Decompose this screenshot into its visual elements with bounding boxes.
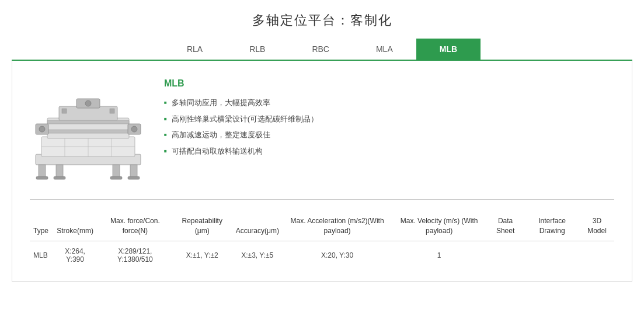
col-header-repeatability: Repeatability (μm) — [172, 212, 232, 241]
svg-rect-3 — [113, 165, 120, 178]
page-title: 多轴定位平台：客制化 — [0, 0, 644, 39]
content-panel: MLB 多轴同动应用，大幅提高效率 高刚性蜂巢式横梁设计(可选配碳纤维制品） 高… — [12, 61, 632, 282]
svg-rect-6 — [54, 176, 65, 179]
svg-rect-8 — [128, 176, 140, 179]
cell-datasheet — [486, 241, 524, 269]
cell-force: X:289/121, Y:1380/510 — [98, 241, 172, 269]
svg-rect-2 — [56, 165, 63, 178]
svg-rect-15 — [59, 106, 117, 120]
svg-rect-25 — [110, 109, 114, 113]
product-image — [30, 78, 147, 185]
col-header-velocity: Max. Velocity (m/s) (With payload) — [392, 212, 486, 241]
tab-rbc[interactable]: RBC — [288, 39, 353, 60]
col-header-interface: Interface Drawing — [524, 212, 580, 241]
cell-velocity: 1 — [392, 241, 486, 269]
svg-point-19 — [39, 126, 45, 132]
feature-item-1: 多轴同动应用，大幅提高效率 — [164, 97, 614, 109]
feature-item-4: 可搭配自动取放料输送机构 — [164, 145, 614, 157]
tab-bar: RLA RLB RBC MLA MLB — [12, 39, 632, 61]
table-row: MLB X:264, Y:390 X:289/121, Y:1380/510 X… — [30, 241, 614, 269]
cell-repeatability: X:±1, Y:±2 — [172, 241, 232, 269]
product-info: MLB 多轴同动应用，大幅提高效率 高刚性蜂巢式横梁设计(可选配碳纤维制品） 高… — [164, 78, 614, 161]
tab-rlb[interactable]: RLB — [226, 39, 288, 60]
cell-3dmodel — [580, 241, 614, 269]
spec-table: Type Stroke(mm) Max. force/Con. force(N)… — [30, 212, 614, 269]
cell-acceleration: X:20, Y:30 — [283, 241, 392, 269]
svg-rect-1 — [39, 165, 46, 178]
svg-rect-24 — [62, 109, 67, 113]
svg-point-21 — [131, 126, 137, 132]
svg-rect-16 — [47, 120, 129, 124]
svg-point-23 — [85, 100, 91, 106]
svg-rect-7 — [110, 176, 122, 179]
col-header-3dmodel: 3D Model — [580, 212, 614, 241]
svg-rect-4 — [130, 165, 137, 178]
svg-rect-5 — [36, 176, 48, 179]
product-section: MLB 多轴同动应用，大幅提高效率 高刚性蜂巢式横梁设计(可选配碳纤维制品） 高… — [30, 78, 614, 200]
col-header-accuracy: Accuracy(μm) — [232, 212, 283, 241]
col-header-acceleration: Max. Acceleration (m/s2)(With payload) — [283, 212, 392, 241]
product-name: MLB — [164, 78, 614, 89]
product-svg — [30, 78, 147, 183]
col-header-force: Max. force/Con. force(N) — [98, 212, 172, 241]
feature-item-3: 高加减速运动，整定速度极佳 — [164, 129, 614, 141]
feature-list: 多轴同动应用，大幅提高效率 高刚性蜂巢式横梁设计(可选配碳纤维制品） 高加减速运… — [164, 97, 614, 157]
cell-interface — [524, 241, 580, 269]
col-header-type: Type — [30, 212, 52, 241]
tab-mlb[interactable]: MLB — [416, 39, 481, 60]
cell-type: MLB — [30, 241, 52, 269]
feature-item-2: 高刚性蜂巢式横梁设计(可选配碳纤维制品） — [164, 113, 614, 125]
svg-rect-17 — [47, 130, 129, 133]
cell-accuracy: X:±3, Y:±5 — [232, 241, 283, 269]
col-header-datasheet: Data Sheet — [486, 212, 524, 241]
tab-mla[interactable]: MLA — [353, 39, 416, 60]
cell-stroke: X:264, Y:390 — [52, 241, 98, 269]
tab-rla[interactable]: RLA — [163, 39, 226, 60]
col-header-stroke: Stroke(mm) — [52, 212, 98, 241]
